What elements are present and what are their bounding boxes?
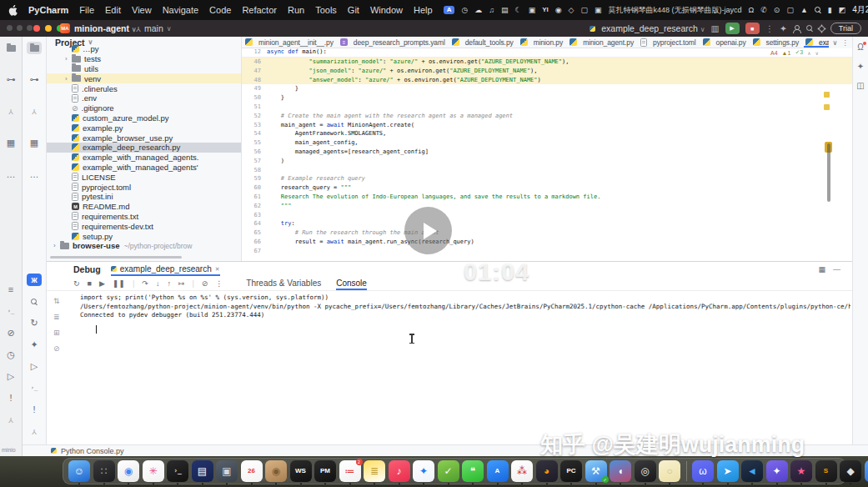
tree-item-utils[interactable]: utils <box>47 64 241 74</box>
terminal-tool-icon[interactable]: ›_ <box>27 382 42 394</box>
messages-dock-icon[interactable]: ❝ <box>462 460 484 482</box>
close-window-button[interactable] <box>33 25 40 32</box>
editor-tab[interactable]: pyproject.toml <box>637 37 700 48</box>
minimize-window-button[interactable] <box>45 25 52 32</box>
tree-item-example_browser_usepy[interactable]: example_browser_use.py <box>47 133 241 143</box>
sublime-dock-icon[interactable]: S <box>815 460 837 482</box>
tree-item-requirements-devtxt[interactable]: requirements-dev.txt <box>47 221 241 231</box>
app-store-dock-icon[interactable]: A <box>487 460 509 482</box>
menubar-item-run[interactable]: Run <box>288 5 304 15</box>
menubar-item-view[interactable]: View <box>132 5 152 15</box>
green-app-dock-icon[interactable]: ✓ <box>438 460 459 482</box>
run-tool-icon[interactable]: ▷ <box>27 360 42 373</box>
restore-tool-icon[interactable]: ↻ <box>27 317 42 329</box>
tab-overflow-icon[interactable]: ∨ <box>833 39 838 47</box>
run-bg-icon[interactable]: ▷ <box>3 370 18 383</box>
discord-dock-icon[interactable]: ω <box>692 460 714 482</box>
tree-item-READMEmd[interactable]: MREADME.md <box>47 202 241 212</box>
clear-console-icon[interactable]: ⊘ <box>53 344 60 353</box>
menubar-item-git[interactable]: Git <box>348 5 359 15</box>
purple-app-dock-icon[interactable]: ✦ <box>766 460 788 482</box>
editor-tab[interactable]: default_tools.py <box>449 37 517 48</box>
apple-menu-icon[interactable] <box>8 5 18 16</box>
run-to-cursor-icon[interactable]: ↦ <box>178 279 185 288</box>
inspection-item[interactable]: ∨ <box>815 50 819 56</box>
more-actions-icon[interactable]: ⋮ <box>215 279 223 288</box>
printer-icon[interactable]: ▣ <box>529 7 536 14</box>
services-tool-bg-icon[interactable]: ▦ <box>3 137 18 149</box>
view-breakpoints-icon[interactable]: ⊘ <box>202 279 208 288</box>
more-run-actions-icon[interactable]: ⋮ <box>765 23 775 33</box>
hide-panel-icon[interactable]: — <box>833 265 840 274</box>
reminders-dock-icon[interactable]: ≔2 <box>339 460 361 482</box>
circles-app-dock-icon[interactable]: ⁂ <box>511 460 533 482</box>
tree-item-example_with_managed_agents[interactable]: example_with_managed_agents' <box>47 163 241 173</box>
editor-tab[interactable]: openai.py <box>700 37 750 48</box>
inspection-item[interactable]: A4 <box>770 50 778 56</box>
tree-chevron-icon[interactable]: › <box>53 242 60 249</box>
more-tools-icon[interactable]: … <box>27 168 42 181</box>
launchpad-dock-icon[interactable]: ∷ <box>93 460 115 482</box>
tree-item-gitignore[interactable]: ⊘.gitignore <box>47 103 241 113</box>
contacts-dock-icon[interactable]: ◉ <box>265 460 287 482</box>
git-branch-menu[interactable]: Ymain∨ <box>136 23 172 33</box>
console-up-down-icon[interactable]: ⇅ <box>53 297 60 305</box>
project-tool-bg-icon[interactable] <box>3 42 18 54</box>
tree-item-LICENSE[interactable]: LICENSE <box>47 172 241 182</box>
menubar-item-file[interactable]: File <box>79 5 94 15</box>
ai-assistant-icon[interactable]: ✦ <box>780 23 787 33</box>
camera-icon[interactable]: ◉ <box>555 7 562 14</box>
webstorm-dock-icon[interactable]: WS <box>290 460 312 482</box>
pycharm-pc-dock-icon[interactable]: PC <box>560 460 582 482</box>
stop-icon[interactable]: ■ <box>88 279 92 288</box>
code-view[interactable]: 46 "summarization_model": "azure/" + os.… <box>242 58 852 256</box>
tree-item-example_deep_researchpy[interactable]: example_deep_research.py <box>47 143 241 153</box>
xcode-dock-icon[interactable]: ⚒✓ <box>585 460 607 482</box>
editor-tab[interactable]: minion.py <box>517 37 566 48</box>
headphones-icon[interactable]: Ω <box>749 7 755 14</box>
tree-item-env[interactable]: .env <box>47 93 241 103</box>
menubar-item-navigate[interactable]: Navigate <box>163 5 198 15</box>
resume-icon[interactable]: ▶ <box>99 279 105 288</box>
trial-badge[interactable]: Trial <box>830 23 861 34</box>
now-playing-title[interactable]: 莫扎特钢琴曲k448 (无损钢琴曲版)-jaycd <box>609 5 742 16</box>
close-icon[interactable]: ✕ <box>215 266 220 273</box>
tree-item-custom_azure_modelpy[interactable]: custom_azure_model.py <box>47 113 241 123</box>
tree-item-setuppy[interactable]: setup.py <box>47 231 241 241</box>
safari-dock-icon[interactable]: ✦ <box>413 460 434 482</box>
debug-run-button[interactable]: ▶ <box>725 23 740 34</box>
editor-tab[interactable]: minion_agent__init__.py <box>242 37 337 48</box>
screen-capture-icon[interactable]: ▢ <box>786 7 794 14</box>
finder-dock-icon[interactable]: ☺ <box>68 460 90 482</box>
menubar-item-tools[interactable]: Tools <box>315 5 337 15</box>
notifications-icon[interactable]: Ω <box>857 43 863 52</box>
debug-panel-title[interactable]: Debug <box>73 264 101 274</box>
problems-tool-icon[interactable]: ! <box>27 404 42 416</box>
tree-item-py[interactable]: …py <box>47 44 241 54</box>
disabled-bg-icon[interactable]: ⊘ <box>3 327 18 339</box>
settings-gear-icon[interactable] <box>819 26 825 32</box>
step-over-icon[interactable]: ↷ <box>142 279 148 288</box>
control-center-icon[interactable]: ◩ <box>839 7 846 14</box>
pause-icon[interactable]: ❚❚ <box>113 279 125 288</box>
editor-tab[interactable]: ≡deep_research_prompts.yaml <box>337 37 449 48</box>
run-configuration-selector[interactable]: example_deep_research ∨ <box>601 23 705 33</box>
yi-app-icon[interactable]: YI <box>542 7 549 13</box>
cream-app-dock-icon[interactable]: ○ <box>659 460 680 482</box>
video-play-button[interactable] <box>404 207 452 254</box>
debugger-tab-threads-variables[interactable]: Threads & Variables <box>246 276 321 290</box>
debugger-tab-console[interactable]: Console <box>336 276 367 290</box>
calendar-dock-icon[interactable]: 26 <box>241 460 263 482</box>
step-into-icon[interactable]: ↓ <box>156 279 160 288</box>
desktop-preview-dock-icon[interactable]: ▣ <box>216 460 238 482</box>
music-note-icon[interactable]: ♫ <box>489 7 494 14</box>
branches-tool-bg-icon[interactable]: Y <box>3 105 18 118</box>
tree-chevron-icon[interactable]: › <box>65 75 72 83</box>
dark-circle-dock-icon[interactable]: ◎ <box>635 460 656 482</box>
project-name-menu[interactable]: minion-agent ∨ <box>74 23 137 33</box>
pencil-app-dock-icon[interactable]: ✎ <box>865 460 868 482</box>
more-tools-bg-icon[interactable]: … <box>3 168 18 181</box>
tree-item-pyprojecttoml[interactable]: pyproject.toml <box>47 182 241 192</box>
menubar-clock[interactable]: 4月26日 周六 15:58 <box>852 4 868 16</box>
code-with-me-icon[interactable] <box>793 25 800 33</box>
